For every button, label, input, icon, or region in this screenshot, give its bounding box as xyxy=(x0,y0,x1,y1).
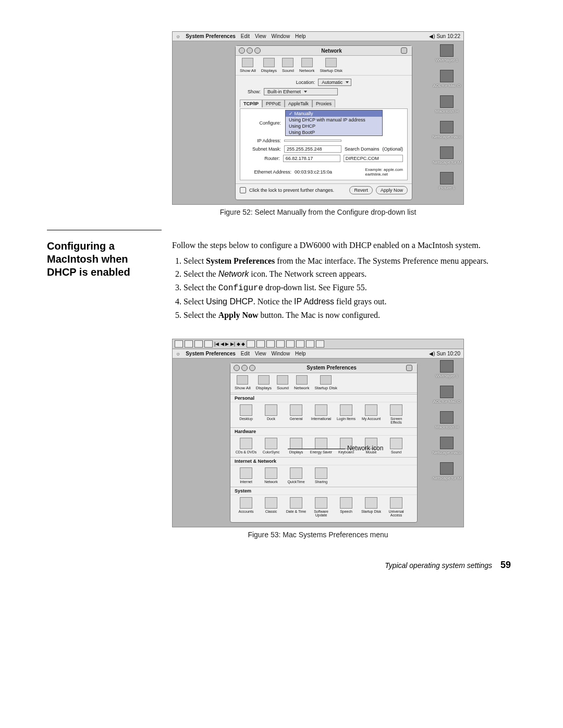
search-domains-field[interactable]: DIRECPC.COM xyxy=(344,155,403,162)
figure-52-caption: Figure 52: Select Manually from the Conf… xyxy=(172,208,464,216)
tab-appletalk[interactable]: AppleTalk xyxy=(285,100,312,107)
pref-item-cds-dvds[interactable]: CDs & DVDs xyxy=(235,438,258,454)
pref-icon xyxy=(265,438,277,449)
toolbar-network[interactable]: Network xyxy=(294,375,309,390)
zoom-icon[interactable] xyxy=(249,365,255,371)
pref-item-sharing[interactable]: Sharing xyxy=(310,467,333,484)
close-icon[interactable] xyxy=(234,365,240,371)
pref-item-general[interactable]: General xyxy=(285,404,308,424)
tb-icon xyxy=(204,340,213,348)
step-4: Select Using DHCP. Notice the IP Address… xyxy=(183,296,516,307)
desktop-icon: Netscape.maco xyxy=(432,121,461,139)
toolbar-startup[interactable]: Startup Disk xyxy=(320,58,342,73)
pref-item-accounts[interactable]: Accounts xyxy=(235,497,258,517)
pref-item-dock[interactable]: Dock xyxy=(260,404,283,424)
pref-item-international[interactable]: International xyxy=(310,404,333,424)
tb-icon xyxy=(296,340,304,348)
sound-icon xyxy=(282,58,293,67)
pref-icon xyxy=(315,438,327,449)
minimize-icon[interactable] xyxy=(241,365,248,371)
pref-item-login-items[interactable]: Login Items xyxy=(335,404,358,424)
pref-label: Energy Saver xyxy=(310,450,332,454)
configure-label: Configure: xyxy=(244,120,281,126)
pref-item-startup-disk[interactable]: Startup Disk xyxy=(360,497,383,517)
pref-icon xyxy=(265,404,277,416)
toolbar-network[interactable]: Network xyxy=(299,58,314,73)
configure-option-bootp[interactable]: Using BootP xyxy=(286,129,382,135)
pref-item-sound[interactable]: Sound xyxy=(385,438,408,454)
toolbar-toggle-icon[interactable] xyxy=(406,365,412,371)
lock-icon[interactable] xyxy=(240,187,246,193)
pref-icon xyxy=(240,404,252,416)
toolbar-toggle-icon[interactable] xyxy=(401,47,407,54)
zoom-icon[interactable] xyxy=(254,47,261,54)
network-window: Network Show All Displays Sound Network … xyxy=(235,45,412,200)
pref-item-speech[interactable]: Speech xyxy=(335,497,358,517)
configure-dropdown-open[interactable]: Manually Using DHCP with manual IP addre… xyxy=(285,110,383,136)
configure-option-manually[interactable]: Manually xyxy=(286,110,382,117)
pref-label: International xyxy=(311,417,332,421)
prefs-toolbar: Show All Displays Sound Network Startup … xyxy=(230,373,417,393)
router-field[interactable]: 66.82.178.17 xyxy=(283,155,340,162)
toolbar-startup[interactable]: Startup Disk xyxy=(314,375,337,390)
pref-icon xyxy=(315,497,327,509)
pref-label: Internet xyxy=(240,480,252,484)
desktop-icon: WMPlayer 1 xyxy=(435,44,458,63)
tb-icon xyxy=(276,340,285,348)
showall-icon xyxy=(237,375,248,385)
menu-help: Help xyxy=(295,351,306,356)
app-icon xyxy=(440,462,454,475)
fig53-screenshot: |◀ ◀ ▶ ▶| ◆ ◆ ☼ System Preferences Edit … xyxy=(172,339,464,527)
pref-item-network[interactable]: Network xyxy=(260,467,283,484)
pref-icon xyxy=(290,438,302,449)
tb-icon xyxy=(306,340,314,348)
apple-menu-icon: ☼ xyxy=(176,351,180,356)
pref-item-colorsync[interactable]: ColorSync xyxy=(260,438,283,454)
pref-item-screen-effects[interactable]: Screen Effects xyxy=(385,404,408,424)
app-icon xyxy=(440,146,454,159)
app-icon xyxy=(440,386,454,398)
subnet-field[interactable]: 255.255.255.248 xyxy=(284,145,341,153)
tab-tcpip[interactable]: TCP/IP xyxy=(240,100,262,107)
menu-window: Window xyxy=(272,33,290,39)
desktop-icon: AOL for Mac O xyxy=(433,386,461,404)
pref-item-software-update[interactable]: Software Update xyxy=(310,497,333,517)
toolbar-displays[interactable]: Displays xyxy=(261,58,277,73)
app-toolbar-strip: |◀ ◀ ▶ ▶| ◆ ◆ xyxy=(173,339,463,349)
apply-now-button[interactable]: Apply Now xyxy=(376,186,408,194)
minimize-icon[interactable] xyxy=(247,47,253,54)
pref-item-quicktime[interactable]: QuickTime xyxy=(285,467,308,484)
pref-item-displays[interactable]: Displays xyxy=(285,438,308,454)
configure-option-dhcp-manual[interactable]: Using DHCP with manual IP address xyxy=(286,117,382,123)
menu-edit: Edit xyxy=(241,33,250,39)
toolbar-displays[interactable]: Displays xyxy=(256,375,272,390)
revert-button[interactable]: Revert xyxy=(349,186,373,194)
pref-item-desktop[interactable]: Desktop xyxy=(235,404,258,424)
pref-label: Accounts xyxy=(239,510,254,513)
pref-item-universal-access[interactable]: Universal Access xyxy=(385,497,408,517)
sysprefs-window: System Preferences Show All Displays Sou… xyxy=(230,363,418,523)
tab-proxies[interactable]: Proxies xyxy=(312,100,335,107)
ip-field[interactable] xyxy=(284,140,341,142)
configure-option-dhcp[interactable]: Using DHCP xyxy=(286,123,382,129)
pref-item-classic[interactable]: Classic xyxy=(260,497,283,517)
pref-item-energy-saver[interactable]: Energy Saver xyxy=(310,438,333,454)
startup-icon xyxy=(325,58,337,67)
toolbar-showall[interactable]: Show All xyxy=(235,375,251,390)
location-select[interactable]: Automatic xyxy=(318,79,351,86)
toolbar-sound[interactable]: Sound xyxy=(277,375,289,390)
toolbar-showall[interactable]: Show All xyxy=(240,58,256,73)
prefs-category-grid: CDs & DVDsColorSyncDisplaysEnergy SaverK… xyxy=(230,436,417,456)
prefs-category-header: System xyxy=(230,487,417,495)
tab-pppoe[interactable]: PPPoE xyxy=(262,100,285,107)
prefs-body: PersonalDesktopDockGeneralInternationalL… xyxy=(230,394,417,519)
toolbar-sound[interactable]: Sound xyxy=(282,58,294,73)
pref-item-internet[interactable]: Internet xyxy=(235,467,258,484)
show-select[interactable]: Built-in Ethernet xyxy=(264,88,338,95)
pref-item-my-account[interactable]: My Account xyxy=(360,404,383,424)
pref-icon xyxy=(290,497,302,509)
network-tabs: TCP/IP PPPoE AppleTalk Proxies xyxy=(240,100,408,107)
close-icon[interactable] xyxy=(239,47,245,54)
network-icon xyxy=(301,58,313,67)
pref-item-date-time[interactable]: Date & Time xyxy=(285,497,308,517)
